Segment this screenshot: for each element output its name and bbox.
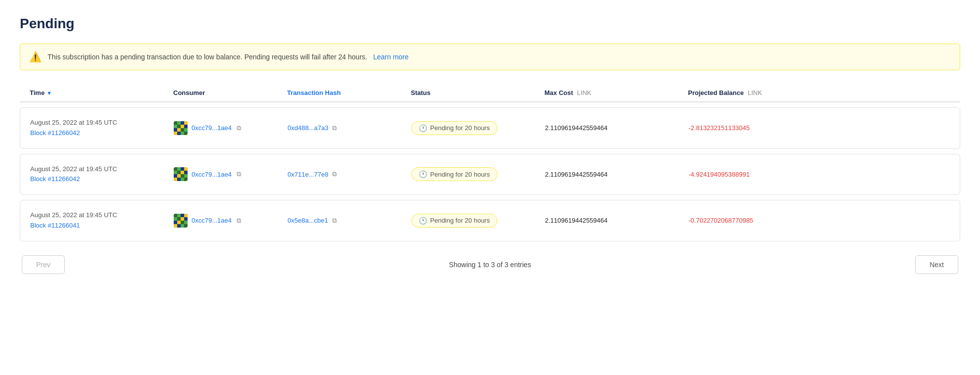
svg-rect-36 <box>174 217 177 221</box>
svg-rect-39 <box>184 217 188 221</box>
table-row: August 25, 2022 at 19:45 UTC Block #1126… <box>20 154 960 195</box>
table-row: August 25, 2022 at 19:45 UTC Block #1126… <box>20 200 960 241</box>
svg-rect-22 <box>181 171 184 174</box>
svg-rect-35 <box>184 214 188 217</box>
alert-banner: ⚠️ This subscription has a pending trans… <box>20 44 960 70</box>
tx-hash-link-2[interactable]: 0x5e8a...cbe1 <box>288 217 328 224</box>
col-max-cost: Max Cost LINK <box>544 89 683 96</box>
consumer-avatar-0 <box>174 121 188 135</box>
svg-rect-18 <box>181 167 184 171</box>
svg-rect-15 <box>184 132 188 135</box>
svg-rect-26 <box>181 174 184 178</box>
svg-rect-20 <box>174 171 177 174</box>
consumer-link-2[interactable]: 0xcc79...1ae4 <box>192 217 232 224</box>
svg-rect-6 <box>181 125 184 128</box>
pagination-info: Showing 1 to 3 of 3 entries <box>449 261 531 269</box>
svg-rect-4 <box>174 125 177 128</box>
tx-hash-link-0[interactable]: 0xd488...a7a3 <box>288 124 328 132</box>
cell-status-0: 🕐 Pending for 20 hours <box>411 121 540 135</box>
svg-rect-47 <box>184 224 188 228</box>
svg-rect-0 <box>174 121 177 125</box>
copy-consumer-icon-2[interactable]: ⧉ <box>237 217 241 225</box>
pagination: Prev Showing 1 to 3 of 3 entries Next <box>20 255 960 274</box>
copy-hash-icon-1[interactable]: ⧉ <box>332 170 337 178</box>
svg-rect-29 <box>177 178 181 181</box>
cell-maxcost-2: 2.1109619442559464 <box>545 217 684 224</box>
block-link-1[interactable]: Block #11266042 <box>30 175 80 183</box>
svg-rect-16 <box>174 167 177 171</box>
cell-projected-0: -2.813232151133045 <box>688 124 950 132</box>
cell-projected-2: -0.7022702068770985 <box>688 217 950 224</box>
cell-consumer-0: 0xcc79...1ae4 ⧉ <box>174 121 283 135</box>
alert-learn-more-link[interactable]: Learn more <box>373 53 409 61</box>
svg-rect-37 <box>177 217 181 221</box>
next-button[interactable]: Next <box>915 255 958 274</box>
cell-consumer-1: 0xcc79...1ae4 ⧉ <box>174 167 283 181</box>
copy-hash-icon-0[interactable]: ⧉ <box>332 124 337 132</box>
sort-arrow-icon[interactable]: ▼ <box>47 90 52 96</box>
copy-consumer-icon-0[interactable]: ⧉ <box>237 124 241 132</box>
svg-rect-28 <box>174 178 177 181</box>
warning-icon: ⚠️ <box>29 51 42 63</box>
svg-rect-14 <box>181 132 184 135</box>
svg-rect-33 <box>177 214 181 217</box>
svg-rect-1 <box>177 121 181 125</box>
consumer-link-1[interactable]: 0xcc79...1ae4 <box>192 171 232 178</box>
tx-hash-link-1[interactable]: 0x711e...77e8 <box>288 171 328 178</box>
svg-rect-7 <box>184 125 188 128</box>
svg-rect-38 <box>181 217 184 221</box>
svg-rect-13 <box>177 132 181 135</box>
svg-rect-9 <box>177 128 181 132</box>
consumer-link-0[interactable]: 0xcc79...1ae4 <box>192 124 232 132</box>
cell-maxcost-0: 2.1109619442559464 <box>545 124 684 132</box>
svg-rect-44 <box>174 224 177 228</box>
clock-icon-1: 🕐 <box>419 170 427 178</box>
status-badge-0: 🕐 Pending for 20 hours <box>411 121 497 135</box>
svg-rect-45 <box>177 224 181 228</box>
cell-time-2: August 25, 2022 at 19:45 UTC Block #1126… <box>30 210 169 231</box>
svg-rect-42 <box>181 221 184 224</box>
svg-rect-10 <box>181 128 184 132</box>
cell-time-0: August 25, 2022 at 19:45 UTC Block #1126… <box>30 118 169 139</box>
clock-icon-2: 🕐 <box>419 217 427 225</box>
svg-rect-17 <box>177 167 181 171</box>
cell-status-1: 🕐 Pending for 20 hours <box>411 167 540 181</box>
cell-hash-2: 0x5e8a...cbe1 ⧉ <box>288 217 406 225</box>
status-badge-1: 🕐 Pending for 20 hours <box>411 167 497 181</box>
copy-consumer-icon-1[interactable]: ⧉ <box>237 170 241 178</box>
transactions-table: Time ▼ Consumer Transaction Hash Status … <box>20 84 960 241</box>
cell-hash-1: 0x711e...77e8 ⧉ <box>288 170 406 178</box>
svg-rect-12 <box>174 132 177 135</box>
svg-rect-11 <box>184 128 188 132</box>
svg-rect-5 <box>177 125 181 128</box>
svg-rect-41 <box>177 221 181 224</box>
cell-time-1: August 25, 2022 at 19:45 UTC Block #1126… <box>30 164 169 185</box>
table-row: August 25, 2022 at 19:45 UTC Block #1126… <box>20 107 960 149</box>
block-link-2[interactable]: Block #11266041 <box>30 222 80 229</box>
col-time: Time ▼ <box>30 89 168 96</box>
cell-status-2: 🕐 Pending for 20 hours <box>411 214 540 228</box>
table-header: Time ▼ Consumer Transaction Hash Status … <box>20 84 960 102</box>
svg-rect-46 <box>181 224 184 228</box>
svg-rect-43 <box>184 221 188 224</box>
consumer-avatar-2 <box>174 214 188 228</box>
svg-rect-8 <box>174 128 177 132</box>
cell-consumer-2: 0xcc79...1ae4 ⧉ <box>174 214 283 228</box>
svg-rect-24 <box>174 174 177 178</box>
svg-rect-32 <box>174 214 177 217</box>
cell-maxcost-1: 2.1109619442559464 <box>545 171 684 178</box>
copy-hash-icon-2[interactable]: ⧉ <box>332 217 337 225</box>
svg-rect-27 <box>184 174 188 178</box>
svg-rect-2 <box>181 121 184 125</box>
svg-rect-21 <box>177 171 181 174</box>
consumer-avatar-1 <box>174 167 188 181</box>
col-tx-hash: Transaction Hash <box>287 89 406 96</box>
col-consumer: Consumer <box>173 89 282 96</box>
svg-rect-25 <box>177 174 181 178</box>
col-status: Status <box>411 89 539 96</box>
prev-button[interactable]: Prev <box>22 255 65 274</box>
col-projected-balance: Projected Balance LINK <box>688 89 950 96</box>
block-link-0[interactable]: Block #11266042 <box>30 129 80 137</box>
svg-rect-30 <box>181 178 184 181</box>
svg-rect-19 <box>184 167 188 171</box>
